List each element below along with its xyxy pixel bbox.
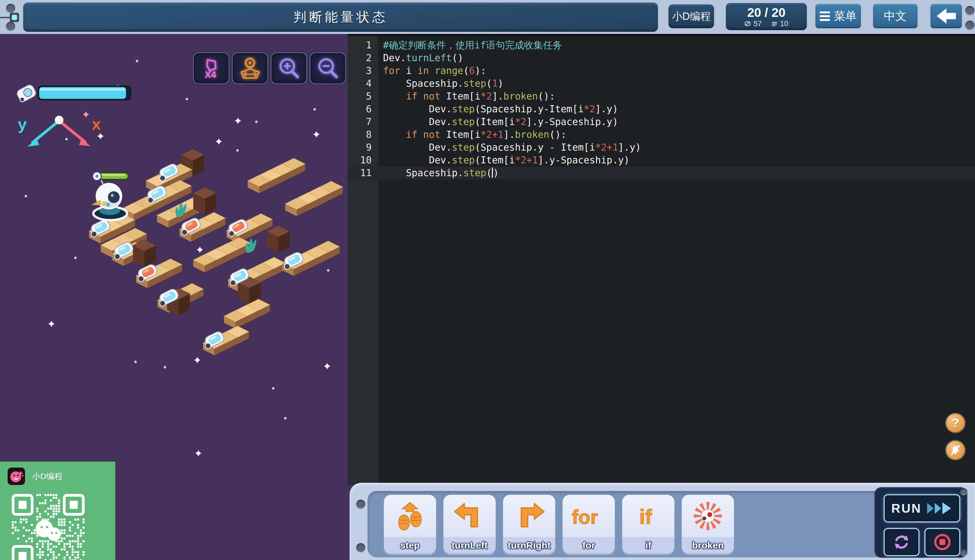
code-line: 10 Dev.step(Item[i*2+1].y-Spaceship.y) (348, 154, 975, 167)
level-title-bar: 判断能量状态 (23, 2, 658, 32)
command-label: step (384, 537, 436, 553)
command-label: turnRight (503, 537, 555, 553)
top-bar: 判断能量状态 小D编程 20 / 20 57 10 菜单 中文 (0, 0, 975, 35)
qr-panel: 小D编程 扫一扫上面的二维码图案，加我为朋友。 (0, 462, 115, 560)
page-title: 判断能量状态 (293, 8, 388, 26)
winking-face-icon (8, 468, 25, 485)
line-number: 2 (348, 52, 378, 65)
medal-button[interactable]: X4 (193, 52, 229, 84)
code-line: 7 Dev.step(Item[i*2].y-Spaceship.y) (348, 115, 975, 128)
svg-text:for: for (572, 506, 598, 528)
menu-label: 菜单 (834, 8, 856, 23)
score-value: 20 / 20 (747, 5, 786, 20)
command-button-turnRight[interactable]: turnRight (503, 495, 555, 553)
language-label: 中文 (884, 8, 907, 23)
game-viewport[interactable]: y x X4 (0, 34, 348, 560)
code-line: 4 Spaceship.step(1) (348, 77, 975, 90)
command-label: broken (682, 537, 734, 553)
line-number: 5 (348, 90, 378, 103)
line-number: 6 (348, 103, 378, 115)
svg-text:if: if (639, 505, 652, 528)
energy-count: 57 (744, 20, 762, 28)
reset-icon (893, 533, 910, 551)
code-editor[interactable]: 1#确定判断条件，使用if语句完成收集任务2Dev.turnLeft()3for… (348, 34, 975, 485)
if-icon: if (622, 495, 674, 537)
app-avatar (8, 468, 25, 485)
command-button-turnLeft[interactable]: turnLeft (443, 495, 496, 553)
command-button-if[interactable]: ifif (622, 495, 674, 553)
screw-icon (6, 4, 15, 13)
bell-muted-icon (950, 444, 962, 456)
run-button[interactable]: RUN (883, 494, 960, 522)
turnLeft-icon (443, 495, 496, 537)
line-number: 3 (348, 65, 378, 77)
code-pane[interactable]: 1#确定判断条件，使用if语句完成收集任务2Dev.turnLeft()3for… (348, 39, 975, 179)
menu-icon (820, 12, 830, 21)
line-number: 1 (348, 39, 378, 52)
qr-code (12, 494, 104, 560)
run-label: RUN (891, 501, 922, 516)
line-number: 9 (348, 141, 378, 154)
screw-icon (960, 488, 967, 495)
command-label: turnLeft (443, 537, 496, 553)
language-button[interactable]: 中文 (873, 4, 918, 28)
question-icon: ? (952, 416, 959, 430)
stop-icon (933, 533, 951, 551)
broken-icon (682, 495, 734, 537)
fast-forward-icon (927, 501, 953, 515)
code-line: 9 Dev.step(Spaceship.y - Item[i*2+1].y) (348, 141, 975, 154)
back-button[interactable] (930, 4, 962, 28)
run-panel: RUN (874, 487, 967, 558)
command-button-for[interactable]: forfor (563, 495, 615, 553)
command-tray: stepturnLeftturnRightforforififbroken (367, 491, 886, 557)
step-count: 10 (771, 20, 788, 28)
screw-icon (356, 543, 366, 552)
zoom-in-icon (277, 56, 301, 80)
help-button[interactable]: ? (946, 414, 965, 432)
stop-button[interactable] (924, 528, 960, 556)
code-line: 8 if not Item[i*2+1].broken(): (348, 128, 975, 141)
command-label: if (622, 537, 674, 553)
brand-label: 小D编程 (672, 10, 710, 23)
reset-button[interactable] (883, 528, 920, 556)
svg-text:x: x (92, 115, 101, 133)
map-pin-icon (237, 56, 262, 81)
svg-text:X4: X4 (205, 69, 216, 80)
screw-icon (965, 21, 975, 30)
screw-icon (6, 22, 15, 31)
line-number: 11 (348, 167, 378, 179)
code-line: 11 Spaceship.step() (348, 167, 975, 179)
line-number: 10 (348, 154, 378, 167)
svg-text:y: y (18, 115, 27, 133)
line-number: 8 (348, 128, 378, 141)
back-arrow-icon (935, 7, 958, 25)
zoom-in-button[interactable] (270, 52, 307, 84)
zoom-out-button[interactable] (310, 52, 346, 84)
code-line: 5 if not Item[i*2].broken(): (348, 90, 975, 103)
qr-app-title: 小D编程 (32, 471, 63, 482)
battery-icon (744, 20, 751, 27)
score-badge: 20 / 20 57 10 (726, 3, 807, 30)
code-line: 2Dev.turnLeft() (348, 52, 975, 65)
mute-button[interactable] (946, 441, 965, 459)
map-button[interactable] (232, 52, 268, 84)
lines-icon (771, 20, 778, 27)
command-button-broken[interactable]: broken (682, 495, 734, 553)
command-label: for (563, 537, 615, 553)
menu-button[interactable]: 菜单 (815, 4, 861, 28)
for-icon: for (563, 495, 615, 537)
medal-x4-icon: X4 (199, 57, 223, 80)
code-line: 1#确定判断条件，使用if语句完成收集任务 (348, 39, 975, 52)
turnRight-icon (503, 495, 555, 537)
line-number: 7 (348, 115, 378, 128)
code-line: 6 Dev.step(Spaceship.y-Item[i*2].y) (348, 103, 975, 115)
app-root: { "topbar": { "title": "判断能量状态", "brand"… (0, 0, 975, 560)
command-button-step[interactable]: step (384, 495, 436, 553)
zoom-out-icon (316, 56, 340, 80)
led-indicator-icon (10, 13, 19, 22)
line-number: 4 (348, 77, 378, 90)
screw-icon (960, 549, 967, 556)
code-line: 3for i in range(6): (348, 65, 975, 77)
brand-button[interactable]: 小D编程 (668, 4, 714, 28)
step-icon (384, 495, 436, 537)
